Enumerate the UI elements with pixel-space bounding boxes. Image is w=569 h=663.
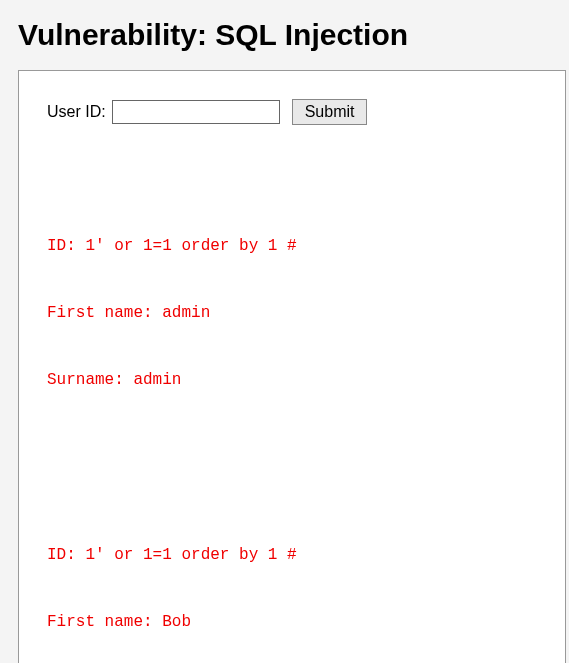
result-firstname-line: First name: Bob <box>47 611 537 633</box>
results-area: ID: 1' or 1=1 order by 1 # First name: a… <box>47 145 537 663</box>
result-block: ID: 1' or 1=1 order by 1 # First name: B… <box>47 499 537 663</box>
content-box: User ID: Submit ID: 1' or 1=1 order by 1… <box>18 70 566 663</box>
result-id-line: ID: 1' or 1=1 order by 1 # <box>47 544 537 566</box>
userid-label: User ID: <box>47 103 106 121</box>
userid-form: User ID: Submit <box>47 99 537 125</box>
submit-button[interactable]: Submit <box>292 99 368 125</box>
result-id-line: ID: 1' or 1=1 order by 1 # <box>47 235 537 257</box>
page-title: Vulnerability: SQL Injection <box>18 18 569 52</box>
result-firstname-line: First name: admin <box>47 302 537 324</box>
result-block: ID: 1' or 1=1 order by 1 # First name: a… <box>47 190 537 436</box>
userid-input[interactable] <box>112 100 280 124</box>
result-surname-line: Surname: admin <box>47 369 537 391</box>
